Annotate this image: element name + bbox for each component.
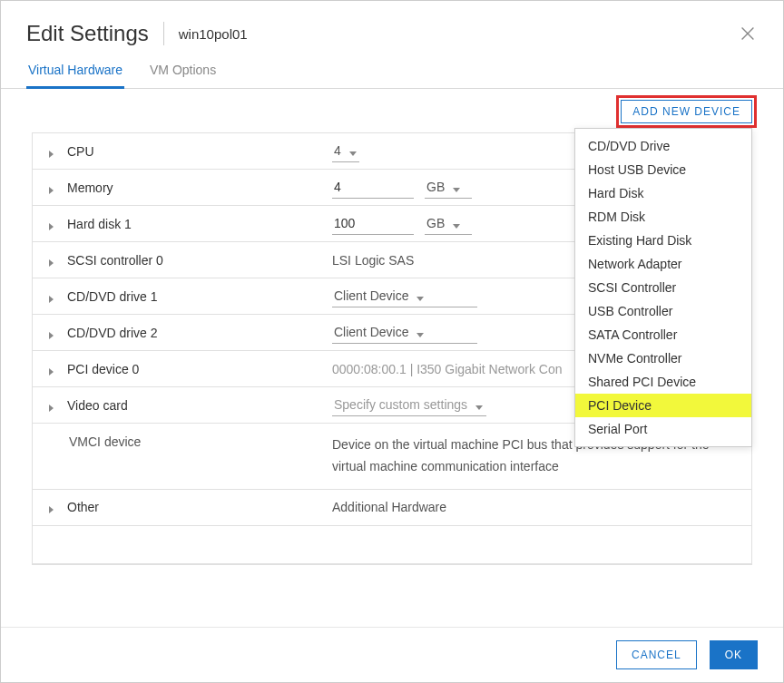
pci-device-0-label: PCI device 0 bbox=[67, 362, 139, 376]
cd-dvd-1-select[interactable]: Client Device bbox=[332, 285, 477, 307]
scsi-controller-0-label: SCSI controller 0 bbox=[67, 253, 163, 268]
dialog-footer: CANCEL OK bbox=[1, 627, 783, 682]
memory-label: Memory bbox=[67, 181, 113, 195]
svg-marker-11 bbox=[49, 332, 54, 339]
chevron-right-icon[interactable] bbox=[47, 328, 56, 337]
tabs: Virtual Hardware VM Options bbox=[1, 57, 783, 89]
caret-down-icon bbox=[452, 182, 461, 191]
svg-marker-2 bbox=[49, 151, 54, 158]
empty-row bbox=[33, 526, 751, 564]
cd-dvd-2-label: CD/DVD drive 2 bbox=[67, 326, 158, 340]
chevron-right-icon[interactable] bbox=[47, 292, 56, 301]
menu-item-rdm-disk[interactable]: RDM Disk bbox=[575, 205, 751, 229]
svg-marker-8 bbox=[49, 259, 54, 267]
tab-vm-options[interactable]: VM Options bbox=[148, 57, 218, 89]
svg-marker-4 bbox=[49, 187, 54, 194]
svg-marker-16 bbox=[49, 506, 54, 513]
toolbar: ADD NEW DEVICE bbox=[1, 89, 783, 132]
svg-marker-3 bbox=[349, 151, 357, 156]
cpu-select[interactable]: 4 bbox=[332, 140, 359, 162]
svg-marker-10 bbox=[416, 297, 424, 301]
ok-button[interactable]: OK bbox=[710, 640, 758, 669]
add-new-device-button[interactable]: ADD NEW DEVICE bbox=[621, 100, 752, 123]
panel-bottom-border bbox=[32, 564, 752, 565]
scsi-controller-0-value: LSI Logic SAS bbox=[332, 253, 414, 268]
menu-item-serial-port[interactable]: Serial Port bbox=[575, 417, 751, 441]
cpu-label: CPU bbox=[67, 144, 94, 159]
svg-marker-12 bbox=[416, 333, 424, 337]
tab-virtual-hardware[interactable]: Virtual Hardware bbox=[26, 57, 124, 89]
chevron-right-icon[interactable] bbox=[47, 183, 56, 192]
vmci-device-label: VMCI device bbox=[69, 434, 141, 449]
memory-unit-select[interactable]: GB bbox=[425, 176, 472, 199]
svg-marker-9 bbox=[49, 296, 54, 303]
add-new-device-menu: CD/DVD DriveHost USB DeviceHard DiskRDM … bbox=[574, 128, 752, 447]
caret-down-icon bbox=[416, 327, 425, 337]
cancel-button[interactable]: CANCEL bbox=[616, 640, 697, 669]
caret-down-icon bbox=[348, 146, 358, 155]
dialog-header: Edit Settings win10pol01 bbox=[1, 1, 783, 57]
chevron-right-icon[interactable] bbox=[47, 256, 56, 265]
other-label: Other bbox=[67, 500, 99, 514]
close-icon[interactable] bbox=[738, 24, 758, 44]
caret-down-icon bbox=[475, 400, 484, 409]
menu-item-hard-disk[interactable]: Hard Disk bbox=[575, 181, 751, 205]
title-divider bbox=[163, 22, 164, 45]
svg-marker-5 bbox=[453, 188, 460, 192]
svg-marker-13 bbox=[49, 368, 54, 376]
menu-item-host-usb-device[interactable]: Host USB Device bbox=[575, 158, 751, 181]
caret-down-icon bbox=[416, 291, 425, 300]
video-card-select[interactable]: Specify custom settings bbox=[332, 394, 486, 416]
chevron-right-icon[interactable] bbox=[47, 502, 56, 512]
row-other: Other Additional Hardware bbox=[33, 490, 751, 526]
svg-marker-15 bbox=[475, 405, 483, 410]
caret-down-icon bbox=[452, 219, 461, 228]
svg-marker-6 bbox=[49, 223, 54, 230]
menu-item-sata-controller[interactable]: SATA Controller bbox=[575, 323, 751, 346]
other-value: Additional Hardware bbox=[332, 500, 446, 514]
menu-item-nvme-controller[interactable]: NVMe Controller bbox=[575, 346, 751, 370]
cd-dvd-2-select[interactable]: Client Device bbox=[332, 321, 477, 344]
menu-item-cd-dvd-drive[interactable]: CD/DVD Drive bbox=[575, 134, 751, 158]
menu-item-usb-controller[interactable]: USB Controller bbox=[575, 299, 751, 323]
edit-settings-dialog: Edit Settings win10pol01 Virtual Hardwar… bbox=[0, 0, 784, 683]
pci-device-0-value: 0000:08:00.1 | I350 Gigabit Network Con bbox=[332, 362, 562, 376]
hard-disk-1-unit-select[interactable]: GB bbox=[425, 212, 472, 235]
vm-name: win10pol01 bbox=[179, 26, 248, 42]
memory-value-input[interactable] bbox=[332, 176, 414, 199]
menu-item-scsi-controller[interactable]: SCSI Controller bbox=[575, 276, 751, 299]
hard-disk-1-label: Hard disk 1 bbox=[67, 217, 132, 231]
chevron-right-icon[interactable] bbox=[47, 220, 56, 229]
chevron-right-icon[interactable] bbox=[47, 147, 56, 156]
chevron-right-icon[interactable] bbox=[47, 365, 56, 374]
menu-item-shared-pci-device[interactable]: Shared PCI Device bbox=[575, 370, 751, 394]
cd-dvd-1-label: CD/DVD drive 1 bbox=[67, 289, 158, 304]
chevron-right-icon[interactable] bbox=[47, 401, 56, 410]
svg-marker-7 bbox=[453, 224, 460, 229]
menu-item-existing-hard-disk[interactable]: Existing Hard Disk bbox=[575, 229, 751, 252]
hard-disk-1-size-input[interactable] bbox=[332, 212, 414, 235]
svg-marker-14 bbox=[49, 405, 54, 412]
menu-item-network-adapter[interactable]: Network Adapter bbox=[575, 252, 751, 276]
dialog-title: Edit Settings bbox=[26, 21, 149, 46]
video-card-label: Video card bbox=[67, 398, 128, 413]
menu-item-pci-device[interactable]: PCI Device bbox=[575, 394, 751, 417]
